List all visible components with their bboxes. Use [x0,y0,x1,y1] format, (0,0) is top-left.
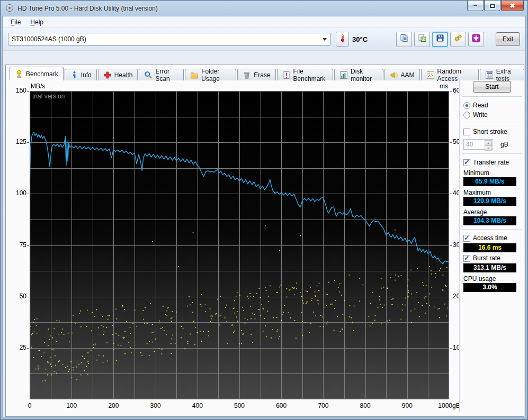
left-axis-tick: 150 [8,87,26,94]
copy-image-icon [418,34,426,44]
tick-mark [27,194,29,194]
minimize-icon [473,5,478,6]
checkbox-icon [463,235,470,242]
benchmark-plot: trial version MB/s ms 150125100755025605… [30,91,449,399]
tab-random-access[interactable]: Random Access [421,69,479,80]
left-axis-tick: 100 [8,189,26,197]
drive-select-dropdown[interactable]: ST31000524AS (1000 gB) [8,33,330,45]
tick-mark [27,142,29,143]
options-icon [454,34,462,44]
short-stroke-unit: gB [500,141,508,148]
app-window: HD Tune Pro 5.00 - Hard Disk Utility (tr… [0,0,528,420]
minimum-value: 65.9 MB/s [463,177,516,186]
left-axis-tick: 25 [8,344,26,351]
tab-file-benchmark[interactable]: File Benchmark [277,69,333,80]
divider [462,153,522,154]
maximize-button[interactable] [484,1,500,11]
tick-mark [27,245,29,246]
read-radio[interactable]: Read [463,101,522,109]
update-button[interactable] [468,32,484,47]
close-button[interactable]: ✖ [501,1,524,11]
client-area: FileHelp ST31000524AS (1000 gB) 30°C Exi… [2,16,526,417]
x-axis-tick: 500 [223,402,255,409]
x-axis-tick: 600 [265,402,297,409]
tab-label: Folder Usage [201,68,231,83]
info-icon [70,71,78,79]
disk-monitor-icon [339,71,348,79]
thermometer-icon [338,34,347,44]
extra-tests-icon [485,71,494,79]
average-label: Average [463,208,522,216]
drive-select-value: ST31000524AS (1000 gB) [12,35,86,43]
tab-label: Random Access [437,68,473,83]
maximum-label: Maximum [463,189,522,196]
window-title: HD Tune Pro 5.00 - Hard Disk Utility (tr… [17,5,158,12]
checkbox-icon [463,129,470,135]
tab-erase[interactable]: Erase [237,69,275,80]
tick-mark [27,91,29,92]
menu-help[interactable]: Help [25,17,48,28]
exit-button[interactable]: Exit [496,32,520,46]
transfer-rate-checkbox[interactable]: Transfer rate [463,158,522,167]
save-button[interactable] [432,32,448,47]
tick-mark [450,245,452,246]
copy-image-button[interactable] [414,32,430,47]
tab-label: Disk monitor [351,68,378,83]
copy-text-button[interactable] [396,32,412,47]
tab-benchmark[interactable]: Benchmark [10,67,64,80]
tick-mark [450,91,452,92]
tab-extra-tests[interactable]: Extra tests [480,69,524,80]
left-axis-tick: 125 [8,138,26,145]
tab-label: Benchmark [26,70,58,78]
access-time-checkbox[interactable]: Access time [463,234,522,242]
tab-label: AAM [401,71,415,79]
maximum-value: 129.9 MB/s [463,197,516,206]
menubar: FileHelp [3,16,525,28]
radio-icon [463,102,470,109]
left-axis-unit: MB/s [31,83,45,90]
minimize-button[interactable] [467,1,484,11]
x-axis-tick: 1000gB [433,402,465,409]
sidebar: Start Read Write Short stroke 4 [462,79,522,294]
tick-mark [450,194,452,194]
erase-icon [243,71,251,79]
checkbox-icon [463,159,470,166]
divider [462,123,522,124]
tab-folder-usage[interactable]: Folder Usage [185,69,236,80]
divider [462,96,522,97]
write-radio[interactable]: Write [463,111,522,119]
temperature-value: 30°C [352,35,368,43]
save-icon [436,34,444,44]
spinner-buttons[interactable]: ▲▼ [485,140,492,149]
cpu-usage-value: 3.0% [463,283,516,292]
menu-file[interactable]: File [6,17,25,28]
tab-disk-monitor[interactable]: Disk monitor [334,69,383,80]
health-icon [103,71,112,79]
cpu-usage-label: CPU usage [463,275,522,282]
tab-aam[interactable]: AAM [384,69,420,80]
short-stroke-input[interactable]: 40 ▲▼ [463,139,493,150]
tab-error-scan[interactable]: Error Scan [139,69,184,80]
random-access-icon [426,71,435,79]
checkbox-icon [463,255,470,262]
temperature-button[interactable] [336,32,349,47]
tick-mark [450,348,452,349]
tabbar: BenchmarkInfoHealthError ScanFolder Usag… [10,67,525,80]
left-axis-tick: 75 [8,241,26,249]
divider [462,229,522,230]
tab-label: Extra tests [496,68,519,83]
tab-health[interactable]: Health [98,69,138,80]
x-axis-tick: 700 [307,402,339,409]
tab-label: Erase [254,71,270,79]
tick-mark [450,297,452,297]
tab-info[interactable]: Info [65,69,97,80]
copy-text-icon [400,34,408,44]
options-button[interactable] [450,32,466,47]
start-button[interactable]: Start [473,81,511,93]
burst-rate-checkbox[interactable]: Burst rate [463,254,522,262]
access-time-value: 16.6 ms [463,243,516,252]
benchmark-icon [15,70,23,78]
short-stroke-checkbox[interactable]: Short stroke [463,127,522,136]
tab-label: Info [81,71,92,79]
maximize-icon [490,4,495,8]
